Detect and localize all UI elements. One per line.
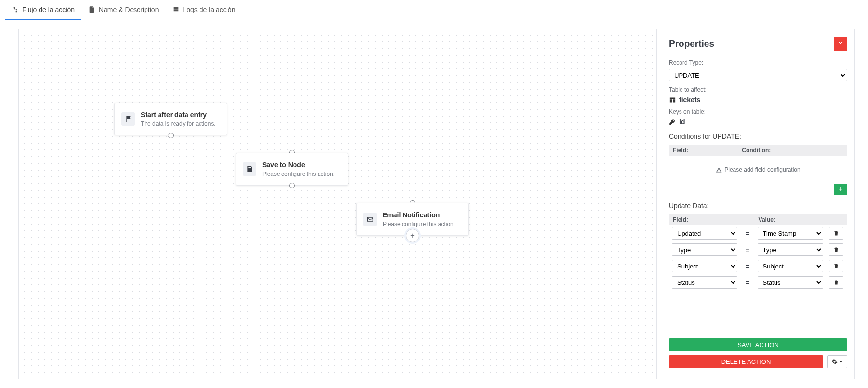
update-row: Status=Status [669, 274, 847, 291]
equals-sign: = [740, 274, 755, 291]
table-icon [669, 96, 676, 104]
value-select[interactable]: Status [758, 276, 823, 289]
mail-icon [363, 213, 377, 226]
flow-canvas[interactable]: Start after data entry The data is ready… [18, 29, 657, 379]
close-icon [838, 41, 843, 47]
panel-footer: SAVE ACTION DELETE ACTION ▼ [662, 333, 854, 379]
add-condition-button[interactable]: + [834, 184, 847, 195]
delete-row-button[interactable] [829, 276, 843, 289]
file-icon [88, 6, 96, 13]
node-title: Start after data entry [141, 111, 215, 119]
edges-layer [19, 29, 163, 102]
record-type-select[interactable]: UPDATE [669, 69, 847, 81]
update-data-table: Field: Value: Updated=Time StampType=Typ… [669, 214, 847, 291]
properties-panel: Properties Record Type: UPDATE Table to … [662, 29, 855, 379]
plus-icon: + [838, 185, 842, 194]
save-action-button[interactable]: SAVE ACTION [669, 338, 847, 351]
keys-label: Keys on table: [669, 108, 847, 115]
col-field: Field: [669, 145, 738, 156]
value-select[interactable]: Type [758, 243, 823, 256]
update-row: Subject=Subject [669, 258, 847, 274]
save-icon [243, 162, 256, 176]
tab-label: Flujo de la acción [22, 6, 75, 13]
value-select[interactable]: Time Stamp [758, 227, 823, 240]
chevron-down-icon: ▼ [839, 360, 843, 364]
update-data-label: Update Data: [669, 202, 847, 210]
delete-row-button[interactable] [829, 243, 843, 256]
delete-row-button[interactable] [829, 227, 843, 240]
col-condition: Condition: [738, 145, 847, 156]
flag-icon [121, 112, 135, 126]
gear-icon [831, 359, 838, 365]
table-affect-label: Table to affect: [669, 86, 847, 93]
tab-label: Name & Description [99, 6, 159, 13]
node-subtitle: The data is ready for actions. [141, 120, 215, 127]
port-out[interactable] [168, 133, 174, 138]
add-node-button[interactable]: + [406, 229, 419, 242]
tab-flow[interactable]: Flujo de la acción [5, 0, 81, 20]
close-panel-button[interactable] [834, 37, 847, 51]
field-select[interactable]: Type [672, 243, 737, 256]
plus-icon: + [410, 231, 415, 241]
keys-value: id [669, 118, 847, 126]
panel-body[interactable]: Record Type: UPDATE Table to affect: tic… [662, 54, 854, 333]
col-value: Value: [755, 214, 826, 225]
delete-row-button[interactable] [829, 260, 843, 272]
node-subtitle: Please configure this action. [262, 171, 334, 177]
node-start[interactable]: Start after data entry The data is ready… [114, 103, 227, 135]
tab-label: Logs de la acción [183, 6, 235, 13]
node-title: Save to Node [262, 161, 334, 169]
flow-icon [12, 6, 19, 13]
tab-logs[interactable]: Logs de la acción [165, 0, 242, 20]
equals-sign: = [740, 241, 755, 258]
conditions-empty: Please add field configuration [669, 156, 847, 184]
key-icon [669, 119, 676, 126]
field-select[interactable]: Status [672, 276, 737, 289]
equals-sign: = [740, 258, 755, 274]
node-subtitle: Please configure this action. [383, 221, 455, 227]
value-select[interactable]: Subject [758, 260, 823, 272]
field-select[interactable]: Updated [672, 227, 737, 240]
port-out[interactable] [289, 183, 295, 188]
warning-icon [716, 167, 722, 173]
node-save[interactable]: Save to Node Please configure this actio… [236, 153, 348, 186]
equals-sign: = [740, 225, 755, 241]
node-title: Email Notification [383, 211, 455, 219]
tab-name-desc[interactable]: Name & Description [81, 0, 166, 20]
record-type-label: Record Type: [669, 59, 847, 66]
conditions-label: Conditions for UPDATE: [669, 133, 847, 140]
col-field: Field: [669, 214, 740, 225]
update-row: Type=Type [669, 241, 847, 258]
tabs-bar: Flujo de la acción Name & Description Lo… [0, 0, 868, 20]
field-select[interactable]: Subject [672, 260, 737, 272]
table-value: tickets [669, 96, 847, 104]
server-icon [172, 6, 180, 13]
delete-action-button[interactable]: DELETE ACTION [669, 355, 823, 368]
settings-dropdown-button[interactable]: ▼ [827, 355, 847, 368]
update-row: Updated=Time Stamp [669, 225, 847, 241]
panel-title: Properties [669, 39, 714, 49]
conditions-table: Field: Condition: [669, 145, 847, 156]
